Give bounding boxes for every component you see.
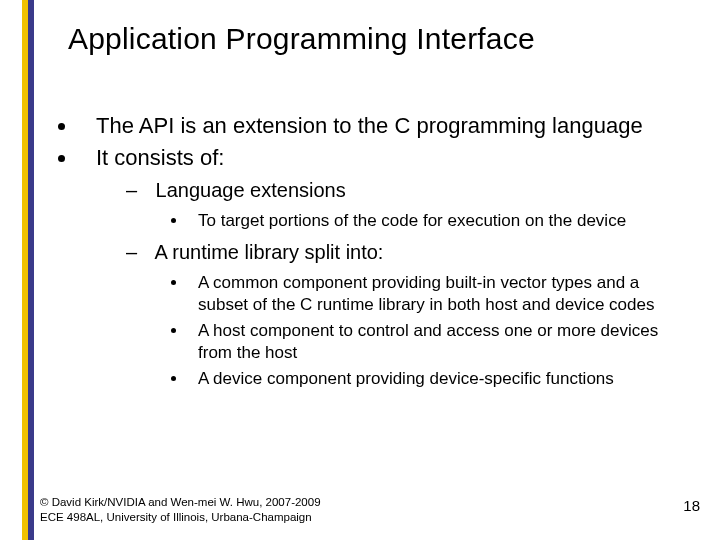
bullet-2-text: It consists of: [96, 145, 224, 170]
footer-line-1: © David Kirk/NVIDIA and Wen-mei W. Hwu, … [40, 495, 321, 509]
sub-2-list: A common component providing built-in ve… [188, 272, 692, 390]
bullet-list: The API is an extension to the C program… [78, 112, 692, 390]
bullet-1: The API is an extension to the C program… [78, 112, 692, 140]
sub-list: Language extensions To target portions o… [126, 178, 692, 390]
sub-2-b: A host component to control and access o… [188, 320, 692, 364]
sub-2-c: A device component providing device-spec… [188, 368, 692, 390]
sub-2: A runtime library split into: A common c… [126, 240, 692, 390]
sub-1: Language extensions To target portions o… [126, 178, 692, 232]
slide-body: Application Programming Interface The AP… [0, 0, 720, 540]
page-number: 18 [683, 497, 700, 514]
sub-1-a: To target portions of the code for execu… [188, 210, 692, 232]
footer-line-2: ECE 498AL, University of Illinois, Urban… [40, 510, 321, 524]
slide-title: Application Programming Interface [68, 22, 692, 56]
sub-2-text: A runtime library split into: [154, 241, 383, 263]
bullet-2: It consists of: Language extensions To t… [78, 144, 692, 390]
footer: © David Kirk/NVIDIA and Wen-mei W. Hwu, … [40, 495, 321, 524]
sub-2-a: A common component providing built-in ve… [188, 272, 692, 316]
sub-1-text: Language extensions [156, 179, 346, 201]
sub-1-list: To target portions of the code for execu… [188, 210, 692, 232]
